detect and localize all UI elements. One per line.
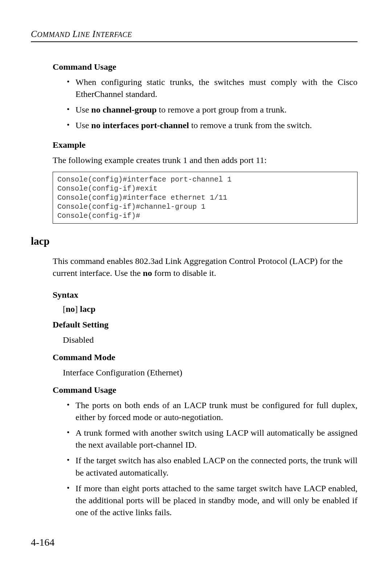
example-intro: The following example creates trunk 1 an… [53, 154, 358, 166]
bullet-text: The ports on both ends of an LACP trunk … [75, 400, 358, 422]
command-mode-value: Interface Configuration (Ethernet) [63, 367, 358, 379]
code-example: Console(config)#interface port-channel 1… [53, 172, 358, 224]
syntax-bracket-open: [ [63, 304, 66, 314]
list-item: A trunk formed with another switch using… [65, 427, 358, 451]
syntax-lacp: lacp [80, 304, 95, 314]
heading-syntax: Syntax [53, 290, 358, 300]
page-number: 4-164 [31, 537, 54, 548]
bullet-text-suffix: to remove a trunk from the switch. [189, 121, 312, 130]
heading-example: Example [53, 140, 358, 150]
syntax-bracket-close: ] [75, 304, 80, 314]
syntax-no: no [66, 304, 75, 314]
bullet-text: A trunk formed with another switch using… [75, 428, 358, 449]
bullet-text: When configuring static trunks, the swit… [75, 77, 358, 99]
heading-command-usage-2: Command Usage [53, 385, 358, 395]
lacp-desc-suffix: form to disable it. [152, 268, 216, 278]
bullets-command-usage-1: When configuring static trunks, the swit… [65, 76, 358, 131]
list-item: Use no channel-group to remove a port gr… [65, 104, 358, 116]
list-item: If the target switch has also enabled LA… [65, 455, 358, 479]
heading-default-setting: Default Setting [53, 320, 358, 330]
bullet-text-bold: no channel-group [91, 105, 156, 114]
heading-command-usage-1: Command Usage [53, 62, 358, 72]
bullet-text-suffix: to remove a port group from a trunk. [157, 105, 287, 114]
list-item: Use no interfaces port-channel to remove… [65, 119, 358, 131]
default-setting-value: Disabled [63, 334, 358, 346]
lacp-desc-bold: no [143, 268, 152, 278]
running-header: COMMAND LINE INTERFACE [31, 29, 358, 39]
bullet-text-prefix: Use [75, 121, 91, 130]
list-item: When configuring static trunks, the swit… [65, 76, 358, 100]
list-item: The ports on both ends of an LACP trunk … [65, 399, 358, 423]
bullet-text: If more than eight ports attached to the… [75, 484, 358, 517]
running-header-text: COMMAND LINE INTERFACE [31, 29, 132, 39]
syntax-line: [no] lacp [63, 304, 358, 314]
bullet-text-prefix: Use [75, 105, 91, 114]
list-item: If more than eight ports attached to the… [65, 483, 358, 518]
bullet-text-bold: no interfaces port-channel [91, 121, 189, 130]
header-rule [31, 41, 358, 42]
bullets-command-usage-2: The ports on both ends of an LACP trunk … [65, 399, 358, 518]
heading-lacp: lacp [31, 235, 358, 247]
bullet-text: If the target switch has also enabled LA… [75, 456, 358, 477]
heading-command-mode: Command Mode [53, 353, 358, 362]
lacp-description: This command enables 802.3ad Link Aggreg… [53, 255, 358, 279]
